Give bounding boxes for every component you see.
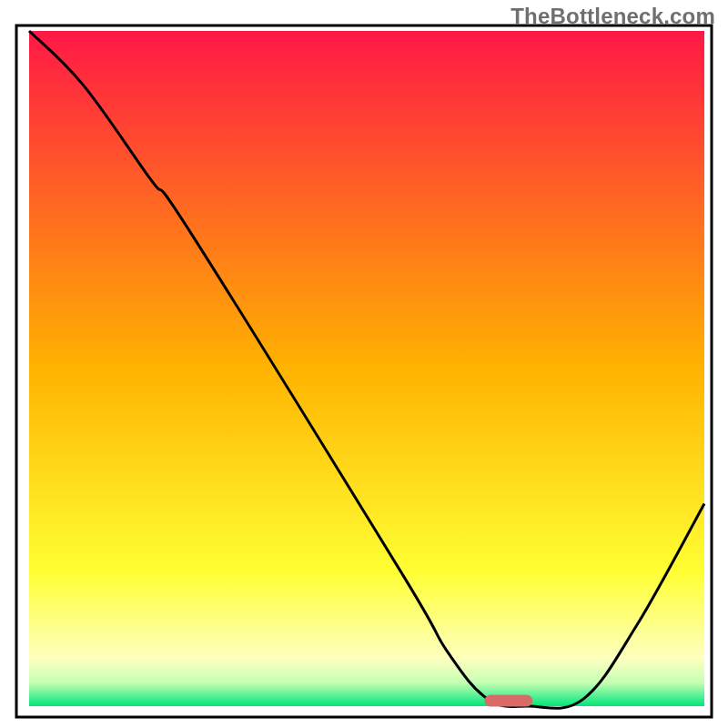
bottleneck-chart: [0, 0, 728, 728]
watermark-text: TheBottleneck.com: [511, 4, 715, 29]
chart-container: TheBottleneck.com: [0, 0, 728, 728]
plot-background: [29, 31, 704, 706]
optimal-marker: [485, 695, 532, 706]
